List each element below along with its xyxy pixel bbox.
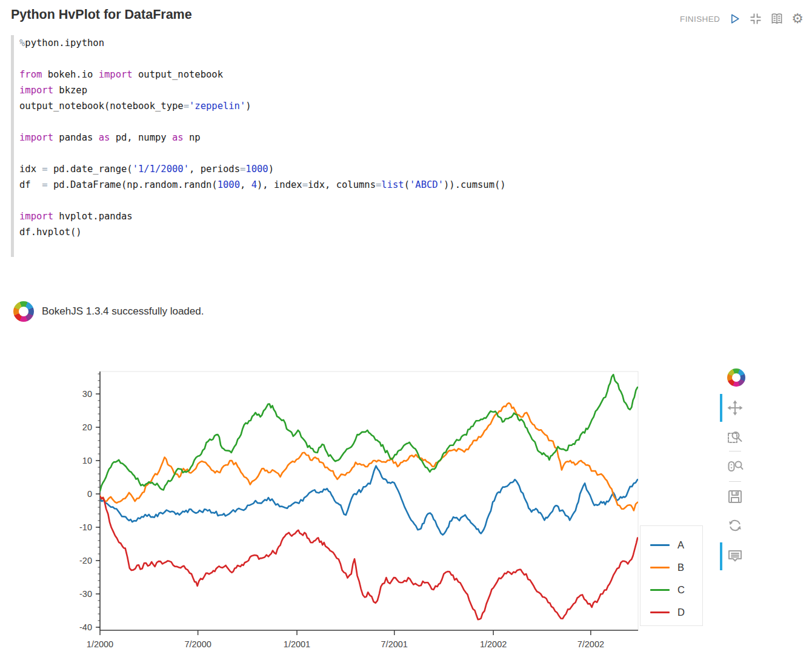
active-tool-indicator [720, 542, 722, 570]
collapse-icon[interactable] [749, 12, 762, 25]
x-tick-label: 1/2000 [87, 639, 113, 649]
code-editor[interactable]: %python.ipython from bokeh.io import out… [11, 34, 726, 257]
legend-label: D [677, 607, 685, 618]
legend-swatch [650, 567, 670, 568]
editor-gutter [11, 35, 14, 257]
x-tick-label: 1/2002 [480, 639, 507, 649]
legend-swatch [650, 589, 670, 591]
legend-swatch [650, 611, 670, 613]
x-tick-label: 7/2000 [184, 639, 211, 649]
wheel-zoom-tool-icon[interactable] [727, 458, 744, 475]
x-tick-label: 1/2001 [284, 639, 310, 649]
x-tick-label: 7/2002 [577, 639, 604, 649]
box-zoom-tool-icon[interactable] [727, 428, 744, 445]
series-line-B [100, 403, 637, 511]
save-tool-icon[interactable] [727, 488, 744, 505]
settings-icon[interactable]: ⚙ [791, 12, 804, 25]
pan-tool-icon[interactable] [727, 399, 744, 416]
y-tick-label: -30 [79, 589, 92, 599]
legend-label: C [677, 584, 685, 596]
status-badge: FINISHED [680, 15, 720, 24]
report-view-icon[interactable] [770, 12, 784, 25]
active-tool-indicator [720, 394, 722, 422]
series-line-D [100, 496, 637, 619]
bokeh-logo-icon[interactable] [727, 368, 745, 387]
x-tick-label: 7/2001 [381, 639, 408, 649]
y-tick-label: 30 [82, 389, 92, 399]
bokehjs-message-text: BokehJS 1.3.4 successfully loaded. [42, 305, 204, 318]
legend-item-A: A [650, 534, 702, 556]
y-tick-label: 10 [82, 456, 92, 465]
y-tick-label: -10 [79, 522, 92, 532]
chart-legend: ABCD [640, 525, 703, 626]
bokehjs-message: BokehJS 1.3.4 successfully loaded. [13, 301, 204, 322]
legend-swatch [650, 544, 670, 546]
run-icon[interactable] [728, 12, 741, 25]
legend-item-D: D [650, 601, 702, 624]
toolbar-separator [729, 481, 741, 482]
bokeh-toolbar [720, 362, 750, 587]
bokeh-logo-icon [13, 301, 34, 322]
toolbar-separator [729, 451, 741, 451]
y-tick-label: -20 [79, 556, 92, 565]
legend-item-C: C [650, 579, 702, 601]
legend-label: A [677, 539, 684, 551]
y-tick-label: 0 [87, 489, 92, 499]
reset-tool-icon[interactable] [727, 517, 744, 534]
paragraph-controls: FINISHED ⚙ [680, 12, 804, 25]
y-tick-label: -40 [79, 622, 92, 632]
page-title: Python HvPlot for DataFrame [11, 7, 192, 22]
bokeh-plot[interactable]: -40-30-20-1001020301/20007/20001/20017/2… [72, 362, 741, 663]
legend-label: B [677, 562, 684, 573]
code-text[interactable]: %python.ipython from bokeh.io import out… [19, 34, 726, 257]
hover-tool-icon[interactable] [727, 547, 744, 564]
y-tick-label: 20 [82, 422, 92, 432]
legend-item-B: B [650, 556, 702, 579]
zeppelin-paragraph: Python HvPlot for DataFrame FINISHED ⚙ %… [0, 0, 812, 663]
